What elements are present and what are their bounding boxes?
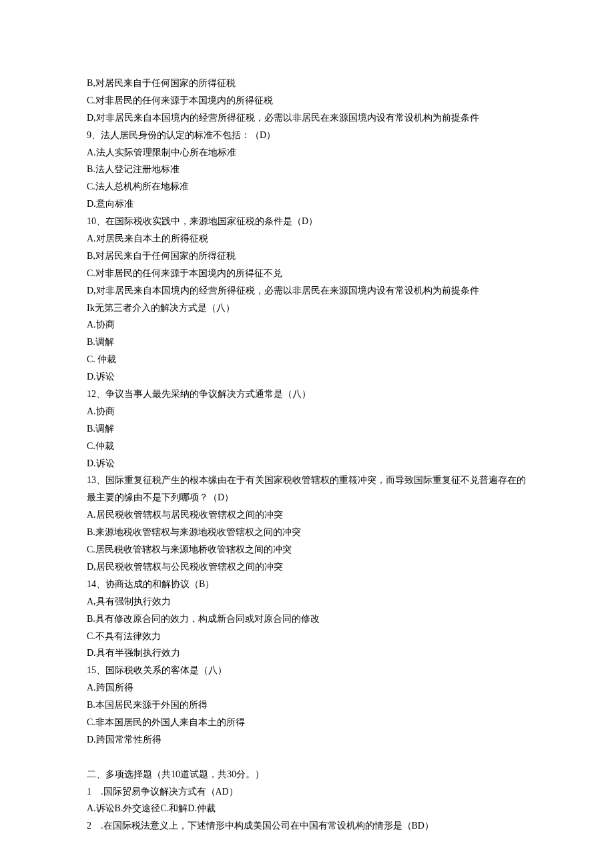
text-line: 10、在国际税收实践中，来源地国家征税的条件是（D） bbox=[87, 213, 527, 230]
text-line: C.非本国居民的外国人来自本土的所得 bbox=[87, 714, 527, 731]
text-line: 12、争议当事人最先采纳的争议解决方式通常是（八） bbox=[87, 386, 527, 403]
text-line: C.居民税收管辖权与来源地桥收管辖权之间的冲突 bbox=[87, 541, 527, 558]
text-line: D.具有半强制执行效力 bbox=[87, 644, 527, 662]
blank-line bbox=[87, 749, 527, 766]
text-line: 1 .国际贸易争议解决方式有（AD） bbox=[87, 783, 527, 801]
text-line: 2 .在国际税法意义上，下述情形中构成美国公司在中国有常设机构的情形是（BD） bbox=[87, 817, 527, 835]
text-line: A.协商 bbox=[87, 316, 527, 334]
text-line: A.协商 bbox=[87, 403, 527, 420]
text-line: Ik无第三者介入的解决方式是（八） bbox=[87, 300, 527, 317]
text-line: D,对非居民来自本国境内的经营所得征税，必需以非居民在来源国境内设有常设机构为前… bbox=[87, 282, 527, 300]
text-line: 13、国际重复征税产生的根本缘由在于有关国家税收管辖权的重筱冲突，而导致国际重复… bbox=[87, 472, 527, 506]
text-line: C. 仲裁 bbox=[87, 351, 527, 368]
text-line: C.仲裁 bbox=[87, 438, 527, 455]
text-line: 二、多项选择题（共10道试题，共30分。） bbox=[87, 766, 527, 783]
text-line: D.诉讼 bbox=[87, 455, 527, 472]
text-line: D,居民税收管辖权与公民税收管辖权之间的冲突 bbox=[87, 558, 527, 576]
text-line: A.对居民来自本土的所得征税 bbox=[87, 230, 527, 248]
text-line: B,对居民来自于任何国家的所得征税 bbox=[87, 75, 527, 92]
text-line: A.居民税收管辖权与居民税收管辖权之间的冲突 bbox=[87, 506, 527, 524]
text-line: D.跨国常常性所得 bbox=[87, 731, 527, 749]
text-line: 9、法人居民身份的认定的标准不包括：（D） bbox=[87, 127, 527, 144]
document-page: B,对居民来自于任何国家的所得征税C.对非居民的任何来源于本国境内的所得征税D,… bbox=[0, 0, 614, 868]
text-line: D.诉讼 bbox=[87, 368, 527, 386]
text-line: D,对非居民来自本国境内的经营所得征税，必需以非居民在来源国境内设有常设机构为前… bbox=[87, 109, 527, 127]
text-line: B,对居民来自于任何国家的所得征税 bbox=[87, 248, 527, 265]
text-line: A,具有强制执行效力 bbox=[87, 593, 527, 610]
text-line: A.法人实际管理限制中心所在地标准 bbox=[87, 144, 527, 161]
text-line: 15、国际税收关系的客体是（八） bbox=[87, 662, 527, 679]
text-line: B.调解 bbox=[87, 334, 527, 351]
text-line: A.跨国所得 bbox=[87, 679, 527, 697]
text-line: B.来源地税收管辖权与来源地税收管辖权之间的冲突 bbox=[87, 524, 527, 541]
text-line: 14、协商达成的和解协议（B） bbox=[87, 576, 527, 593]
text-line: C.对非居民的任何来源于本国境内的所得征不兑 bbox=[87, 265, 527, 282]
text-line: B.具有修改原合同的效力，构成新合同或对原合同的修改 bbox=[87, 610, 527, 628]
text-line: B.调解 bbox=[87, 420, 527, 438]
text-line: A.诉讼B.外交途径C.和解D.仲裁 bbox=[87, 800, 527, 817]
text-line: C.法人总机构所在地标准 bbox=[87, 178, 527, 195]
text-line: C.不具有法律效力 bbox=[87, 628, 527, 645]
text-line: D.意向标准 bbox=[87, 195, 527, 213]
text-line: C.对非居民的任何来源于本国境内的所得征税 bbox=[87, 92, 527, 109]
document-content: B,对居民来自于任何国家的所得征税C.对非居民的任何来源于本国境内的所得征税D,… bbox=[87, 75, 527, 835]
text-line: B.本国居民来源于外国的所得 bbox=[87, 697, 527, 714]
text-line: B.法人登记注册地标准 bbox=[87, 161, 527, 178]
